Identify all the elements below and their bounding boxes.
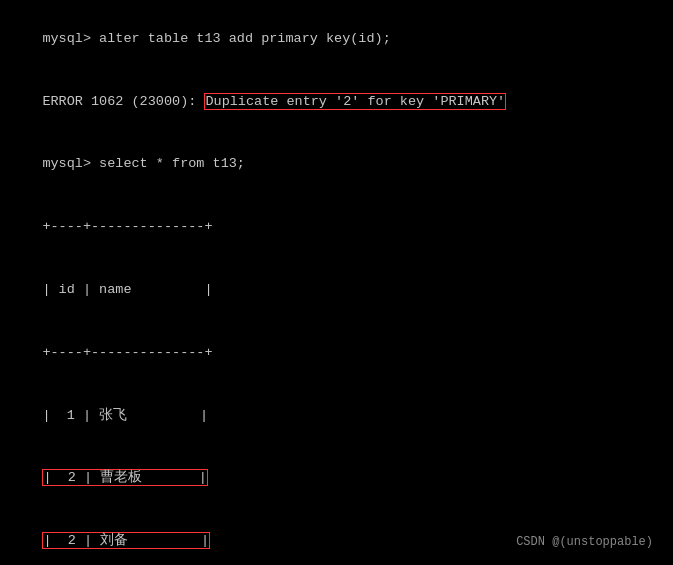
row-2-highlight: | 2 | 曹老板 | [42,469,208,486]
error-prefix: ERROR 1062 (23000): [42,94,204,109]
table-row-1: | 1 | 张飞 | [10,385,663,448]
table-row-2: | 2 | 曹老板 | [10,447,663,510]
watermark: CSDN @(unstoppable) [516,535,653,549]
terminal: mysql> alter table t13 add primary key(i… [10,8,663,557]
line-2-error: ERROR 1062 (23000): Duplicate entry '2' … [10,71,663,134]
line-1: mysql> alter table t13 add primary key(i… [10,8,663,71]
table-header-1: | id | name | [10,259,663,322]
line-3: mysql> select * from t13; [10,134,663,197]
row-3-highlight: | 2 | 刘备 | [42,532,210,549]
error-highlight: Duplicate entry '2' for key 'PRIMARY' [204,93,506,110]
line-1-text: mysql> alter table t13 add primary key(i… [42,31,390,46]
line-3-text: mysql> select * from t13; [42,156,245,171]
separator-2: +----+--------------+ [10,322,663,385]
separator-1: +----+--------------+ [10,196,663,259]
